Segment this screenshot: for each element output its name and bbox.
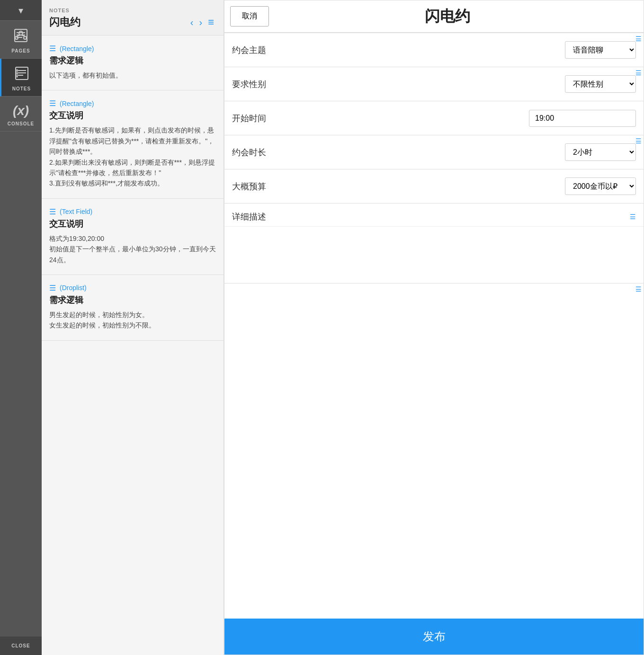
note-type-icon-3: ☰ [49,283,56,292]
topic-select[interactable]: 语音陪聊 [565,41,636,59]
topic-label: 约会主题 [232,35,565,65]
duration-select[interactable]: 2小时 [565,143,636,161]
note-item-1: ☰ (Rectangle) 交互说明 1.先判断是否有敏感词，如果有，则点击发布… [42,90,224,198]
notes-panel: NOTES 闪电约 ‹ › ≡ ☰ (Rectangle) 需求逻辑 以下选项，… [42,0,224,655]
svg-rect-15 [17,70,18,71]
sidebar-close-button[interactable]: CLOSE [0,637,42,655]
form-header: 取消 闪电约 [224,0,644,33]
notes-header: NOTES 闪电约 ‹ › ≡ [42,0,224,35]
description-label: 详细描述 [232,211,630,222]
budget-control: 2000金币以₽ [565,177,636,195]
pages-icon [13,27,29,45]
svg-rect-17 [17,75,18,77]
svg-point-6 [24,36,27,39]
publish-button[interactable]: 发布 [224,619,644,655]
gender-select[interactable]: 不限性别 [565,75,636,93]
note-item-body-3: 男生发起的时候，初始性别为女。 女生发起的时候，初始性别为不限。 [49,310,216,331]
nav-next-button[interactable]: › [197,16,204,29]
form-spacer: ☰ [224,283,644,619]
duration-corner-icon: ☰ [635,137,642,145]
start-time-label: 开始时间 [232,103,529,133]
svg-rect-16 [17,72,18,74]
note-type-label-1: (Rectangle) [60,100,94,107]
console-icon: (x) [13,103,29,118]
description-corner-icon: ☰ [630,213,636,221]
note-type-label-0: (Rectangle) [60,45,94,53]
note-type-icon-2: ☰ [49,207,56,216]
topic-corner-icon: ☰ [635,35,642,43]
form-row-budget: 大概预算 2000金币以₽ [224,169,644,204]
budget-select[interactable]: 2000金币以₽ [565,177,636,195]
form-row-duration: 约会时长 2小时 ☰ [224,135,644,169]
sidebar: ▾ PAGES [0,0,42,655]
sidebar-item-notes[interactable]: NOTES [0,59,42,97]
sidebar-notes-label: NOTES [12,86,31,91]
gender-label: 要求性别 [232,69,565,99]
note-item-title-3: 需求逻辑 [49,294,216,306]
svg-rect-11 [18,72,26,73]
start-time-control [529,110,636,127]
sidebar-top-button[interactable]: ▾ [0,0,42,21]
form-row-start-time: 开始时间 [224,101,644,135]
notes-section-label: NOTES [49,8,216,13]
svg-rect-12 [18,75,23,76]
sidebar-close-label: CLOSE [11,643,30,648]
form-row-gender: 要求性别 不限性别 ☰ [224,67,644,101]
form-description-row: 详细描述 ☰ [224,204,644,283]
note-type-icon-1: ☰ [49,99,56,108]
note-item-body-0: 以下选项，都有初始值。 [49,70,216,80]
cancel-button[interactable]: 取消 [230,6,269,27]
note-item-title-2: 交互说明 [49,218,216,230]
sidebar-pages-label: PAGES [11,48,30,53]
main-form-area: 取消 闪电约 约会主题 语音陪聊 ☰ 要求性别 不限性别 ☰ 开始时间 约会时长 [224,0,644,655]
gender-control: 不限性别 [565,75,636,93]
form-title: 闪电约 [275,6,644,27]
duration-label: 约会时长 [232,137,565,168]
sidebar-item-console[interactable]: (x) CONSOLE [0,97,42,132]
description-textarea[interactable] [224,226,644,283]
form-row-topic: 约会主题 语音陪聊 ☰ [224,33,644,67]
notes-menu-button[interactable]: ≡ [206,15,216,29]
note-type-icon-0: ☰ [49,44,56,53]
note-item-body-1: 1.先判断是否有敏感词，如果有，则点击发布的时候，悬浮提醒"含有敏感词已替换为*… [49,125,216,188]
chevron-down-icon: ▾ [18,5,23,16]
duration-control: 2小时 [565,143,636,161]
start-time-input[interactable] [529,110,636,127]
note-item-title-0: 需求逻辑 [49,55,216,66]
notes-title: 闪电约 [49,15,80,29]
sidebar-item-pages[interactable]: PAGES [0,21,42,59]
note-item-body-2: 格式为19:30,20:00 初始值是下一个整半点，最小单位为30分钟，一直到今… [49,233,216,265]
topic-control: 语音陪聊 [565,41,636,59]
note-item-3: ☰ (Droplist) 需求逻辑 男生发起的时候，初始性别为女。 女生发起的时… [42,275,224,341]
note-type-label-2: (Text Field) [60,208,92,215]
budget-label: 大概预算 [232,171,565,202]
note-item-2: ☰ (Text Field) 交互说明 格式为19:30,20:00 初始值是下… [42,199,224,275]
svg-rect-1 [17,32,25,33]
nav-prev-button[interactable]: ‹ [188,16,196,29]
sidebar-console-label: CONSOLE [8,121,34,126]
note-type-label-3: (Droplist) [60,284,87,292]
gender-corner-icon: ☰ [635,69,642,77]
notes-icon [14,65,30,83]
note-item-0: ☰ (Rectangle) 需求逻辑 以下选项，都有初始值。 [42,35,224,90]
spacer-corner-icon: ☰ [635,285,642,293]
svg-rect-10 [18,70,26,71]
note-item-title-1: 交互说明 [49,110,216,121]
